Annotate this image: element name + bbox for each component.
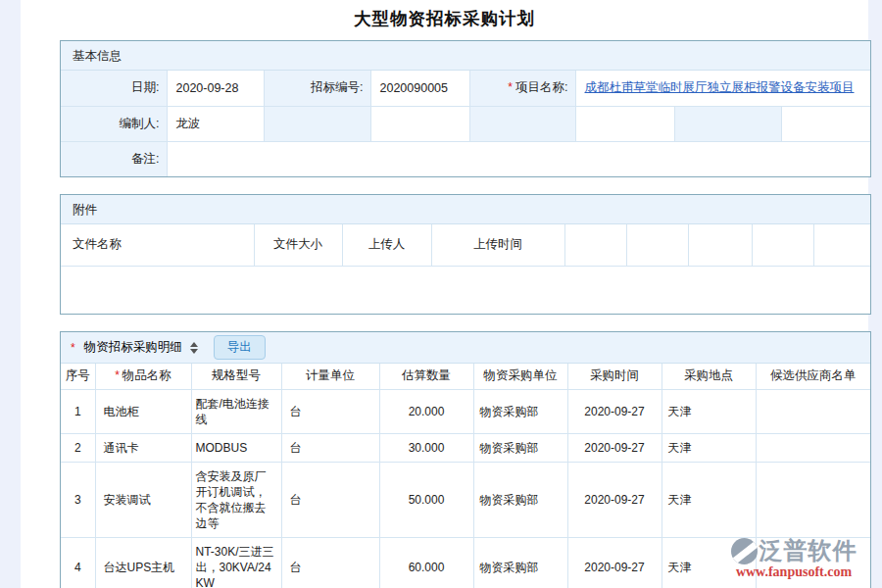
table-cell: 台 [281,433,379,462]
bid-no-value: 2020090005 [370,71,469,106]
bid-no-label: 招标编号: [264,71,370,106]
table-row[interactable]: 3安装调试含安装及原厂开订机调试，不含就位搬去边等台50.000物资采购部202… [61,462,870,537]
table-cell: 2020-09-27 [567,462,662,537]
table-cell: 物资采购部 [473,433,567,462]
details-column-header: *物品名称 [95,364,191,389]
attachments-empty-area [61,267,870,315]
table-cell: NT-30K/三进三出，30KVA/24KW [191,537,281,588]
table-cell: 天津 [662,389,756,433]
attachments-column-header: 上传时间 [431,224,564,266]
empty-label-cell [469,106,575,141]
details-section-title: 物资招标采购明细 [84,339,182,356]
attachments-column-header: 文件名称 [61,224,254,266]
table-cell: 天津 [662,462,756,537]
table-cell: 1 [61,389,95,433]
table-cell: 2020-09-27 [567,433,662,462]
page: 大型物资招标采购计划 基本信息 日期: 2020-09-28 招标编号: 202… [0,0,882,588]
empty-value-cell [781,106,870,141]
table-cell: 3 [61,462,95,537]
attachments-empty-column [688,224,752,266]
empty-value-cell [575,106,674,141]
empty-label-cell [264,106,370,141]
table-cell: 台 [281,462,379,537]
attachments-header-row: 文件名称文件大小上传人上传时间 [61,224,870,266]
table-cell: 2020-09-27 [567,537,662,588]
details-column-header: 采购地点 [662,364,756,389]
fanpu-logo-icon [731,538,758,564]
table-cell: 物资采购部 [473,537,567,588]
attachments-empty-column [752,224,813,266]
table-cell [756,433,870,462]
basic-info-grid: 日期: 2020-09-28 招标编号: 2020090005 *项目名称: 成… [61,71,870,176]
basic-info-row-1: 日期: 2020-09-28 招标编号: 2020090005 *项目名称: 成… [61,71,870,106]
watermark-url: www.fanpusoft.com [728,564,859,580]
table-cell: 台 [281,389,379,433]
date-value: 2020-09-28 [167,71,264,106]
details-column-header: 规格型号 [191,364,281,389]
attachments-column-header: 文件大小 [254,224,342,266]
table-cell [756,389,870,433]
table-cell: 通讯卡 [95,433,191,462]
details-column-header: 物资采购单位 [473,364,567,389]
required-asterisk: * [115,368,120,382]
attachments-empty-column [626,224,688,266]
sort-toggle-icon[interactable] [190,342,198,354]
table-cell: MODBUS [191,433,281,462]
date-label: 日期: [61,71,167,106]
table-cell: 安装调试 [95,462,191,537]
watermark-brand: 泛普软件 [760,535,858,566]
remark-label: 备注: [61,141,167,176]
table-cell: 50.000 [379,462,473,537]
remark-value [167,141,870,176]
attachments-empty-column [564,224,626,266]
table-cell: 物资采购部 [473,462,567,537]
details-header-row: 序号*物品名称规格型号计量单位估算数量物资采购单位采购时间采购地点候选供应商名单 [61,364,870,389]
table-cell: 20.000 [379,389,473,433]
project-name-label: *项目名称: [469,71,575,106]
page-title: 大型物资招标采购计划 [21,7,868,30]
attachments-column-header: 上传人 [342,224,431,266]
details-column-header: 计量单位 [281,364,379,389]
creator-label: 编制人: [61,106,167,141]
details-column-header: 估算数量 [379,364,473,389]
table-cell: 30.000 [379,433,473,462]
project-name-link[interactable]: 成都杜甫草堂临时展厅独立展柜报警设备安装项目 [585,80,855,94]
required-asterisk: * [71,341,75,355]
required-asterisk: * [508,80,513,94]
attachments-empty-column [813,224,870,266]
table-cell: 电池柜 [95,389,191,433]
table-cell: 60.000 [379,537,473,588]
details-section-header: *物资招标采购明细 导出 [61,332,870,364]
attachments-section-title: 附件 [61,195,870,224]
empty-value-cell [370,106,469,141]
table-cell [756,462,870,537]
attachments-table: 文件名称文件大小上传人上传时间 [61,224,870,267]
table-cell: 2020-09-27 [567,389,662,433]
watermark: 泛普软件 www.fanpusoft.com [728,535,859,580]
table-row[interactable]: 2通讯卡MODBUS台30.000物资采购部2020-09-27天津 [61,433,870,462]
basic-info-row-3: 备注: [61,141,870,176]
table-cell: 含安装及原厂开订机调试，不含就位搬去边等 [191,462,281,537]
table-row[interactable]: 1电池柜配套/电池连接线台20.000物资采购部2020-09-27天津 [61,389,870,433]
table-cell: 台达UPS主机 [95,537,191,588]
table-cell: 配套/电池连接线 [191,389,281,433]
table-cell: 物资采购部 [473,389,567,433]
table-cell: 天津 [662,433,756,462]
basic-info-section: 基本信息 日期: 2020-09-28 招标编号: 2020090005 *项目… [60,40,871,177]
details-column-header: 采购时间 [567,364,662,389]
creator-value: 龙波 [167,106,264,141]
table-cell: 4 [61,537,95,588]
attachments-section: 附件 文件名称文件大小上传人上传时间 [60,194,871,315]
table-cell: 台 [281,537,379,588]
content-panel: 大型物资招标采购计划 基本信息 日期: 2020-09-28 招标编号: 202… [21,0,868,588]
details-column-header: 候选供应商名单 [756,364,870,389]
details-column-header: 序号 [61,364,95,389]
empty-label-cell [674,106,781,141]
table-cell: 2 [61,433,95,462]
project-name-cell: 成都杜甫草堂临时展厅独立展柜报警设备安装项目 [575,71,870,106]
export-button[interactable]: 导出 [214,335,266,360]
basic-info-section-title: 基本信息 [61,41,870,71]
basic-info-row-2: 编制人: 龙波 [61,106,870,141]
